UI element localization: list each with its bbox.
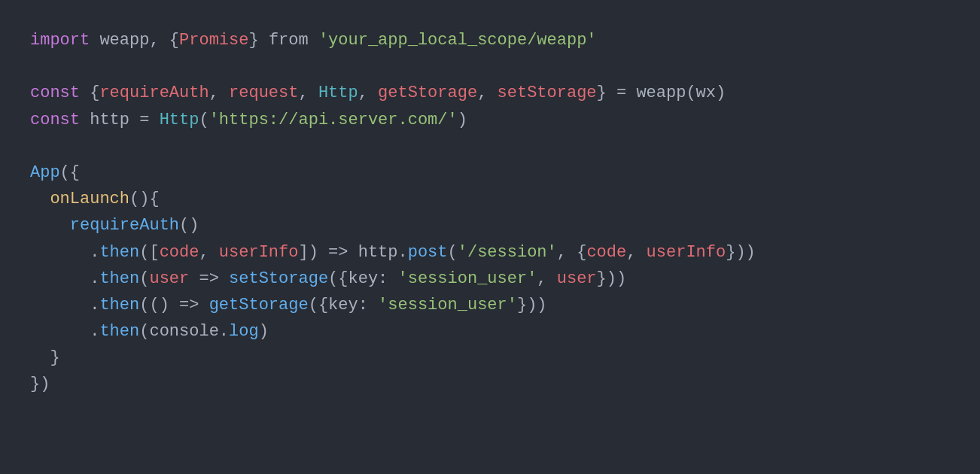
line10: .then(console.log) bbox=[30, 318, 950, 345]
line2: const {requireAuth, request, Http, getSt… bbox=[30, 80, 950, 106]
line11: } bbox=[30, 345, 950, 371]
line1: import weapp, {Promise} from 'your_app_l… bbox=[30, 27, 950, 53]
line12: }) bbox=[30, 371, 950, 397]
line9: .then(() => getStorage({key: 'session_us… bbox=[30, 292, 950, 318]
line8: .then(user => setStorage({key: 'session_… bbox=[30, 266, 950, 292]
line4: App({ bbox=[30, 160, 950, 186]
line5: onLaunch(){ bbox=[30, 186, 950, 212]
line6: requireAuth() bbox=[30, 212, 950, 239]
line7: .then([code, userInfo]) => http.post('/s… bbox=[30, 239, 950, 266]
blank1 bbox=[30, 53, 950, 80]
blank2 bbox=[30, 133, 950, 160]
line3: const http = Http('https://api.server.co… bbox=[30, 107, 950, 133]
code-editor: import weapp, {Promise} from 'your_app_l… bbox=[0, 0, 980, 474]
